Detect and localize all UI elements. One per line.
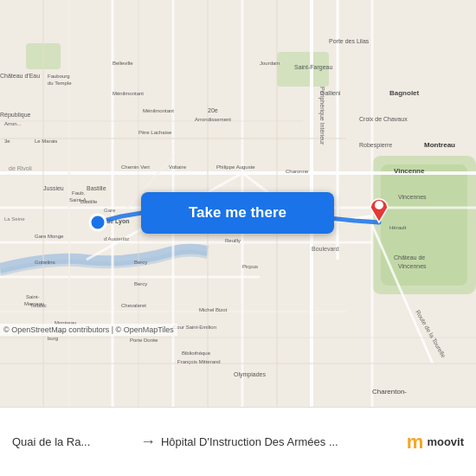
svg-text:Vincennes: Vincennes [398,194,427,200]
svg-text:Montreau: Montreau [424,141,455,149]
svg-text:Boulevard: Boulevard [312,246,339,252]
svg-text:Gobelins: Gobelins [35,260,55,265]
svg-text:Bercy: Bercy [134,260,147,265]
svg-text:Porte Dorée: Porte Dorée [130,338,158,343]
take-me-there-button[interactable]: Take me there [141,192,334,234]
svg-text:Vincennes: Vincennes [398,263,427,269]
svg-text:François Mitterand: François Mitterand [177,359,221,364]
svg-text:Bagnolet: Bagnolet [389,89,420,97]
svg-text:burg: burg [48,336,58,341]
svg-text:d'Austerlitz: d'Austerlitz [104,236,129,241]
moovit-m-icon: m [407,431,424,453]
svg-text:Arron...: Arron... [4,121,22,126]
svg-text:Marceau: Marceau [24,301,44,306]
svg-text:Ménilmontant: Ménilmontant [143,108,174,113]
svg-text:Saint-: Saint- [26,294,40,299]
svg-text:Croix de Chavaux: Croix de Chavaux [359,116,408,122]
svg-text:Saint-A...: Saint-A... [69,197,91,203]
svg-text:Le Marais: Le Marais [35,138,57,144]
bottom-bar: Quai de la Ra... → Hôpital D'Instruction… [0,407,476,476]
svg-text:Philippe Auguste: Philippe Auguste [216,164,255,170]
svg-text:Voltaire: Voltaire [169,164,187,170]
svg-text:Olympiades: Olympiades [234,371,266,378]
svg-text:Bercy: Bercy [134,281,147,286]
svg-text:Château de: Château de [394,254,425,261]
svg-text:Château d'Eau: Château d'Eau [0,73,40,79]
svg-text:Périphérique Intérieur: Périphérique Intérieur [318,87,325,145]
svg-text:Bibliothèque: Bibliothèque [182,351,211,356]
svg-text:Saint-Fargeau: Saint-Fargeau [294,64,332,71]
svg-text:Chevaleret: Chevaleret [121,303,146,308]
svg-point-90 [90,215,106,230]
svg-text:Reuilly: Reuilly [225,238,241,243]
svg-text:Hérault: Hérault [389,225,407,230]
origin-label: Quai de la Ra... [12,435,135,448]
svg-text:Faubourg: Faubourg [48,74,70,79]
svg-text:République: République [0,112,31,119]
svg-text:Michel Bizot: Michel Bizot [199,307,228,312]
svg-text:Picpus: Picpus [242,264,258,269]
svg-text:Jussieu: Jussieu [43,185,64,191]
svg-text:Bastille: Bastille [87,185,106,191]
svg-text:Faub.: Faub. [72,190,86,196]
svg-text:Père Lachaise: Père Lachaise [138,130,172,135]
svg-text:du Temple: du Temple [48,80,72,86]
svg-text:La Seine: La Seine [4,216,25,222]
svg-text:20e: 20e [208,107,218,113]
svg-text:Robespierre: Robespierre [359,142,392,149]
svg-text:Porte des Lilas: Porte des Lilas [329,38,370,44]
direction-arrow-icon: → [140,433,156,451]
svg-text:Arrondissement: Arrondissement [195,117,231,122]
svg-text:Vincenne: Vincenne [394,167,425,175]
svg-point-91 [375,201,383,209]
copyright-notice: © OpenStreetMap contributors | © OpenMap… [0,324,177,336]
svg-text:Ménilmontant: Ménilmontant [113,91,144,96]
svg-text:3e: 3e [4,138,10,144]
moovit-logo: m moovit [407,431,464,453]
svg-text:Charenton-: Charenton- [372,388,407,396]
svg-text:Charonne: Charonne [286,169,309,174]
svg-text:Gare Monge: Gare Monge [35,234,64,239]
destination-label: Hôpital D'Instruction Des Armées ... [161,435,407,448]
moovit-brand-text: moovit [427,435,464,448]
svg-text:Jourdain: Jourdain [260,61,280,66]
svg-text:Cour Saint-Emilion: Cour Saint-Emilion [173,325,216,330]
map-container: de Rivoli La Seine Gare de Lyon Gare d'A… [0,0,476,407]
svg-text:Gare: Gare [104,208,116,213]
svg-text:Chemin Vert: Chemin Vert [121,164,150,170]
svg-text:Belleville: Belleville [113,61,133,66]
svg-text:de Rivoli: de Rivoli [9,165,32,171]
